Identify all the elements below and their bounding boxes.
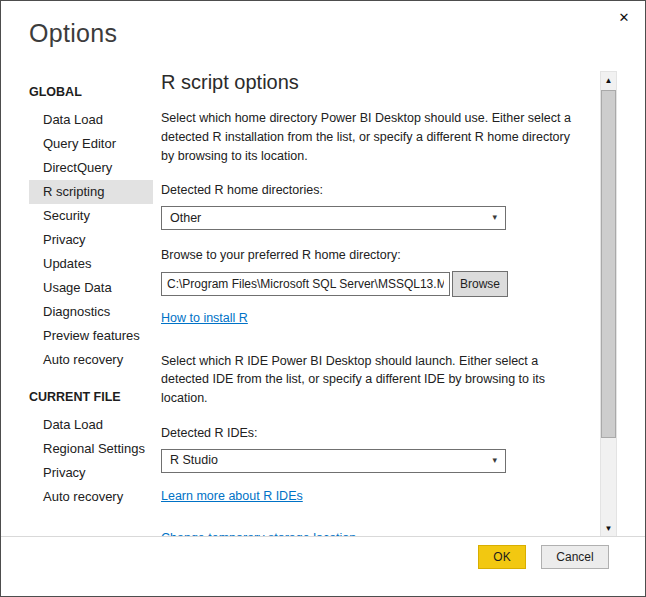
ok-button[interactable]: OK — [478, 545, 526, 569]
sidebar: GLOBAL Data Load Query Editor DirectQuer… — [29, 85, 153, 509]
sidebar-item-file-auto-recovery[interactable]: Auto recovery — [29, 485, 153, 509]
chevron-down-icon: ▾ — [492, 454, 497, 468]
sidebar-item-r-scripting[interactable]: R scripting — [29, 180, 153, 204]
home-directories-selected-value: Other — [170, 209, 201, 228]
r-ide-selected-value: R Studio — [170, 451, 218, 470]
close-icon[interactable]: ✕ — [615, 9, 633, 27]
sidebar-item-directquery[interactable]: DirectQuery — [29, 156, 153, 180]
sidebar-section-gap — [29, 372, 153, 390]
cancel-button[interactable]: Cancel — [541, 545, 609, 569]
sidebar-item-file-data-load[interactable]: Data Load — [29, 413, 153, 437]
sidebar-item-data-load[interactable]: Data Load — [29, 108, 153, 132]
sidebar-item-security[interactable]: Security — [29, 204, 153, 228]
vertical-scrollbar[interactable]: ▲ ▼ — [600, 71, 617, 538]
home-directories-label: Detected R home directories: — [161, 181, 597, 200]
sidebar-item-diagnostics[interactable]: Diagnostics — [29, 300, 153, 324]
r-script-options-panel: R script options Select which home direc… — [161, 67, 597, 538]
sidebar-item-usage-data[interactable]: Usage Data — [29, 276, 153, 300]
sidebar-item-updates[interactable]: Updates — [29, 252, 153, 276]
browse-directory-label: Browse to your preferred R home director… — [161, 246, 597, 265]
scroll-up-icon[interactable]: ▲ — [601, 72, 616, 89]
home-directories-dropdown[interactable]: Other ▾ — [161, 206, 506, 230]
sidebar-item-privacy[interactable]: Privacy — [29, 228, 153, 252]
browse-button[interactable]: Browse — [452, 271, 508, 297]
browse-row: Browse — [161, 271, 597, 297]
r-home-directory-input[interactable] — [161, 272, 450, 296]
scroll-down-icon[interactable]: ▼ — [601, 520, 616, 537]
sidebar-item-regional-settings[interactable]: Regional Settings — [29, 437, 153, 461]
scrollbar-thumb[interactable] — [601, 90, 616, 438]
r-ide-dropdown[interactable]: R Studio ▾ — [161, 449, 506, 473]
detected-r-ides-label: Detected R IDEs: — [161, 424, 597, 443]
ide-intro-text: Select which R IDE Power BI Desktop shou… — [161, 352, 585, 408]
page-title: Options — [29, 19, 117, 48]
how-to-install-r-link[interactable]: How to install R — [161, 309, 248, 328]
sidebar-item-preview-features[interactable]: Preview features — [29, 324, 153, 348]
home-directory-intro-text: Select which home directory Power BI Des… — [161, 109, 585, 165]
chevron-down-icon: ▾ — [492, 211, 497, 225]
sidebar-section-current-file: CURRENT FILE — [29, 390, 153, 404]
options-dialog: Options ✕ GLOBAL Data Load Query Editor … — [0, 0, 646, 597]
dialog-footer: OK Cancel — [1, 536, 645, 596]
sidebar-item-query-editor[interactable]: Query Editor — [29, 132, 153, 156]
sidebar-item-auto-recovery[interactable]: Auto recovery — [29, 348, 153, 372]
sidebar-item-file-privacy[interactable]: Privacy — [29, 461, 153, 485]
panel-heading: R script options — [161, 67, 597, 97]
sidebar-section-global: GLOBAL — [29, 85, 153, 99]
learn-more-r-ides-link[interactable]: Learn more about R IDEs — [161, 487, 303, 506]
